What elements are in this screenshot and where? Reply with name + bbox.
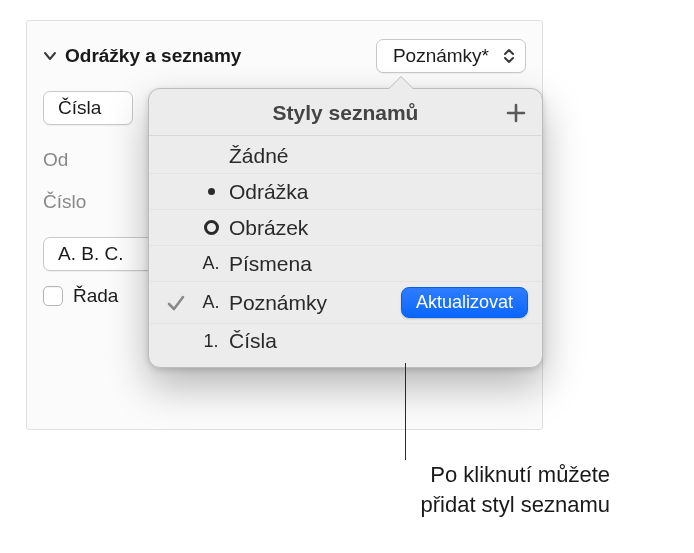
list-style-value: Poznámky* [393,45,489,67]
number-label-partial: Číslo [43,191,131,213]
style-item[interactable]: 1.Čísla [149,324,542,361]
style-name: Čísla [229,329,528,353]
style-name: Poznámky [229,291,401,315]
section-title: Odrážky a seznamy [65,45,241,67]
callout-line-1: Po kliknutí můžete [200,460,610,490]
callout-leader-line [405,363,406,460]
style-item[interactable]: Obrázek [149,210,542,246]
list-type-value: Čísla [58,97,101,119]
style-item[interactable]: Odrážka [149,174,542,210]
style-item[interactable]: A.PoznámkyAktualizovat [149,282,542,324]
add-style-button[interactable] [502,99,530,127]
list-styles-popover: Styly seznamů ŽádnéOdrážkaObrázekA.Písme… [148,88,543,368]
callout-line-2: přidat styl seznamu [200,490,610,520]
style-marker [193,188,229,195]
section-header: Odrážky a seznamy Poznámky* [43,39,526,73]
style-list: ŽádnéOdrážkaObrázekA.PísmenaA.PoznámkyAk… [149,136,542,367]
number-format-value: A. B. C. [58,243,123,265]
indent-label-partial: Od [43,149,131,171]
style-item[interactable]: Žádné [149,138,542,174]
style-name: Odrážka [229,180,528,204]
style-name: Písmena [229,252,528,276]
list-type-select[interactable]: Čísla [43,91,133,125]
checkmark-icon [159,293,193,313]
list-style-select[interactable]: Poznámky* [376,39,526,73]
updown-caret-icon [503,47,515,65]
style-marker: A. [193,292,229,313]
callout-text: Po kliknutí můžete přidat styl seznamu [200,460,610,519]
popover-header: Styly seznamů [149,89,542,136]
update-style-button[interactable]: Aktualizovat [401,287,528,318]
order-checkbox[interactable] [43,286,63,306]
style-marker [193,220,229,235]
style-name: Obrázek [229,216,528,240]
style-marker: 1. [193,331,229,352]
popover-title: Styly seznamů [273,101,419,125]
chevron-down-icon[interactable] [43,49,57,63]
style-marker: A. [193,253,229,274]
style-item[interactable]: A.Písmena [149,246,542,282]
style-name: Žádné [229,144,528,168]
order-label-partial: Řada [73,285,118,307]
